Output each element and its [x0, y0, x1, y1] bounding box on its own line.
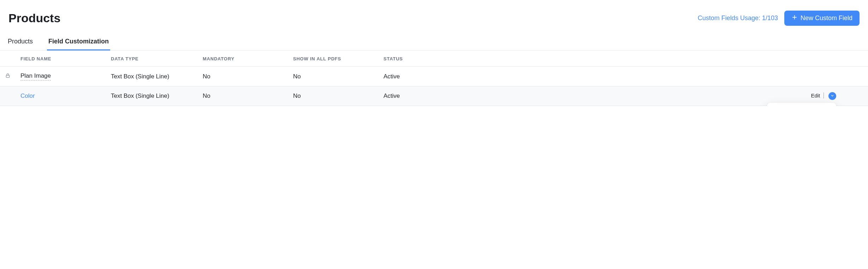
chevron-down-icon	[830, 92, 834, 100]
page-header: Products Custom Fields Usage: 1/103 New …	[0, 7, 868, 34]
column-header-data-type: DATA TYPE	[106, 50, 198, 67]
plus-icon	[791, 14, 798, 22]
lock-icon	[5, 73, 11, 80]
new-button-label: New Custom Field	[801, 14, 852, 22]
new-custom-field-button[interactable]: New Custom Field	[784, 11, 860, 26]
mandatory-cell: No	[198, 86, 288, 106]
field-name-link[interactable]: Color	[20, 92, 35, 99]
show-pdfs-cell: No	[288, 67, 379, 86]
column-header-status: STATUS	[379, 50, 449, 67]
field-name-cell: Plan Image	[20, 72, 51, 80]
tabs: Products Field Customization	[0, 34, 868, 50]
mandatory-cell: No	[198, 67, 288, 86]
svg-rect-2	[6, 75, 9, 77]
show-pdfs-cell: No	[288, 86, 379, 106]
tab-field-customization[interactable]: Field Customization	[47, 34, 110, 50]
data-type-cell: Text Box (Single Line)	[106, 67, 198, 86]
page-title: Products	[8, 11, 60, 25]
status-cell: Active	[379, 67, 449, 86]
tab-products[interactable]: Products	[6, 34, 34, 50]
row-actions-dropdown: Mark as Inactive Show in All PDFs Delete…	[767, 103, 836, 106]
row-actions-dropdown-trigger[interactable]	[828, 92, 836, 100]
data-type-cell: Text Box (Single Line)	[106, 86, 198, 106]
column-header-show-pdfs: SHOW IN ALL PDFS	[288, 50, 379, 67]
column-header-field-name: FIELD NAME	[16, 50, 106, 67]
column-header-mandatory: MANDATORY	[198, 50, 288, 67]
status-cell: Active	[379, 86, 449, 106]
custom-fields-usage-link[interactable]: Custom Fields Usage: 1/103	[698, 14, 778, 22]
table-row: Color Text Box (Single Line) No No Activ…	[0, 86, 868, 106]
edit-button[interactable]: Edit	[811, 92, 824, 98]
dropdown-item-mark-inactive[interactable]: Mark as Inactive	[769, 106, 834, 106]
table-row: Plan Image Text Box (Single Line) No No …	[0, 67, 868, 86]
custom-fields-table: FIELD NAME DATA TYPE MANDATORY SHOW IN A…	[0, 50, 868, 106]
